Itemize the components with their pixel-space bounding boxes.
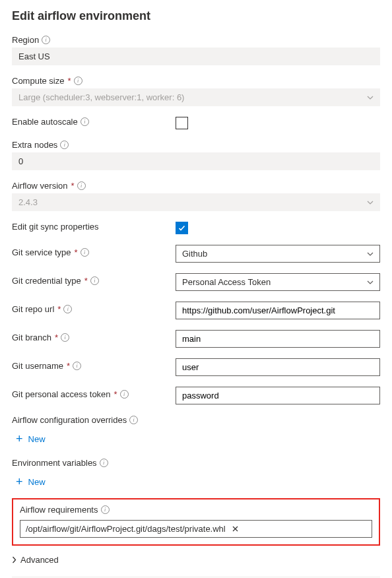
region-value: East US	[12, 48, 380, 65]
edit-git-sync-checkbox[interactable]	[176, 222, 188, 234]
chevron-down-icon	[367, 201, 374, 205]
check-icon	[178, 224, 186, 232]
footer-divider	[12, 577, 380, 577]
requirements-label: Airflow requirements i	[20, 505, 372, 515]
config-overrides-new-button[interactable]: + New	[12, 430, 46, 447]
compute-size-select: Large (scheduler:3, webserver:1, worker:…	[12, 88, 380, 106]
info-icon[interactable]: i	[73, 362, 81, 370]
git-credential-type-select[interactable]: Personal Access Token	[176, 273, 380, 291]
requirements-highlight: Airflow requirements i /opt/airflow/git/…	[12, 498, 380, 546]
git-service-type-select[interactable]: Github	[176, 245, 380, 263]
info-icon[interactable]: i	[77, 181, 86, 190]
requirements-tag: /opt/airflow/git/AirflowProject.git/dags…	[26, 524, 226, 534]
info-icon[interactable]: i	[63, 305, 72, 313]
info-icon[interactable]: i	[60, 141, 69, 149]
info-icon[interactable]: i	[81, 248, 89, 257]
edit-git-sync-label: Edit git sync properties	[12, 222, 176, 232]
git-username-label: Git username * i	[12, 361, 176, 371]
info-icon[interactable]: i	[100, 459, 108, 467]
info-icon[interactable]: i	[74, 77, 82, 85]
git-repo-url-input[interactable]	[176, 302, 380, 319]
requirements-input[interactable]: /opt/airflow/git/AirflowProject.git/dags…	[20, 520, 372, 538]
info-icon[interactable]: i	[81, 117, 89, 126]
env-vars-label: Environment variables i	[12, 458, 380, 468]
chevron-right-icon	[12, 556, 16, 563]
compute-size-label: Compute size * i	[12, 76, 380, 86]
chevron-down-icon	[367, 96, 374, 100]
git-pat-input[interactable]	[176, 387, 380, 404]
git-pat-label: Git personal access token * i	[12, 389, 176, 399]
chevron-down-icon	[367, 280, 374, 284]
plus-icon: +	[16, 476, 23, 488]
git-branch-label: Git branch * i	[12, 333, 176, 342]
enable-autoscale-checkbox[interactable]	[176, 117, 188, 129]
git-service-type-label: Git service type * i	[12, 247, 176, 257]
close-icon	[232, 526, 238, 532]
requirements-tag-remove[interactable]	[230, 524, 241, 534]
airflow-version-label: Airflow version * i	[12, 181, 380, 191]
info-icon[interactable]: i	[90, 276, 99, 285]
git-branch-input[interactable]	[176, 330, 380, 348]
git-username-input[interactable]	[176, 358, 380, 376]
info-icon[interactable]: i	[129, 416, 138, 424]
info-icon[interactable]: i	[120, 390, 129, 399]
config-overrides-label: Airflow configuration overrides i	[12, 415, 380, 425]
extra-nodes-label: Extra nodes i	[12, 140, 380, 150]
chevron-down-icon	[367, 252, 374, 256]
advanced-toggle[interactable]: Advanced	[12, 555, 380, 565]
env-vars-new-button[interactable]: + New	[12, 473, 46, 490]
plus-icon: +	[16, 433, 23, 445]
enable-autoscale-label: Enable autoscale i	[12, 117, 176, 127]
info-icon[interactable]: i	[101, 505, 110, 514]
region-label: Region i	[12, 35, 380, 45]
git-repo-url-label: Git repo url * i	[12, 304, 176, 314]
info-icon[interactable]: i	[42, 36, 50, 44]
git-credential-type-label: Git credential type * i	[12, 276, 176, 286]
airflow-version-select: 2.4.3	[12, 193, 380, 211]
page-title: Edit airflow environment	[12, 9, 380, 23]
info-icon[interactable]: i	[61, 333, 69, 342]
extra-nodes-value: 0	[12, 152, 380, 170]
